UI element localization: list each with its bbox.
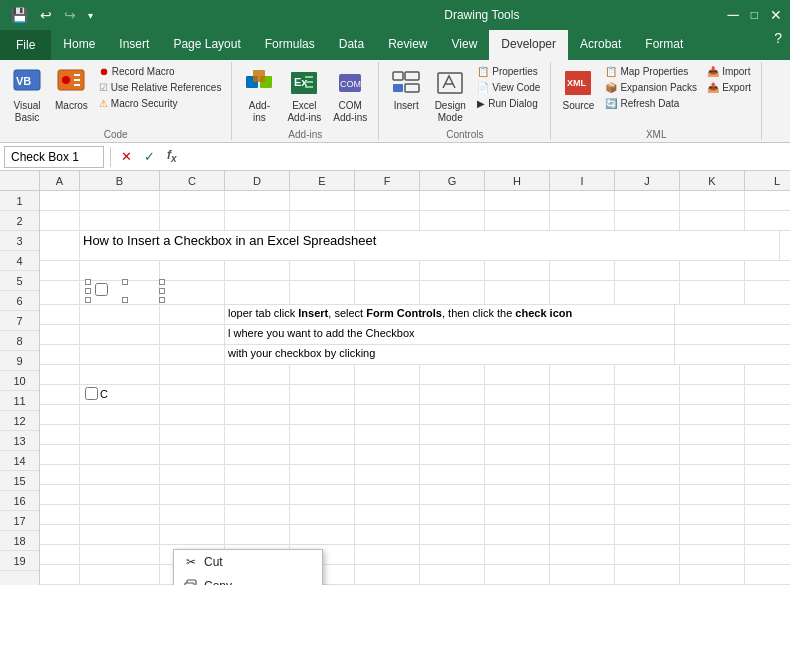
- cell-i14[interactable]: [550, 465, 615, 485]
- cell-c8[interactable]: [160, 345, 225, 365]
- tab-acrobat[interactable]: Acrobat: [568, 30, 633, 60]
- cell-e12[interactable]: [290, 425, 355, 445]
- cell-a11[interactable]: [40, 405, 80, 425]
- macros-button[interactable]: Macros: [50, 64, 93, 115]
- cell-a15[interactable]: [40, 485, 80, 505]
- cell-g15[interactable]: [420, 485, 485, 505]
- tab-insert[interactable]: Insert: [107, 30, 161, 60]
- cell-f11[interactable]: [355, 405, 420, 425]
- cell-k19[interactable]: [680, 565, 745, 585]
- col-header-e[interactable]: E: [290, 171, 355, 190]
- add-ins-button[interactable]: Add-ins: [238, 64, 280, 127]
- cell-k18[interactable]: [680, 545, 745, 565]
- cell-i15[interactable]: [550, 485, 615, 505]
- cell-e15[interactable]: [290, 485, 355, 505]
- cell-b10[interactable]: C: [80, 385, 160, 405]
- cell-b16[interactable]: [80, 505, 160, 525]
- cell-k2[interactable]: [680, 211, 745, 231]
- row-num-18[interactable]: 18: [0, 531, 39, 551]
- properties-button[interactable]: 📋 Properties: [473, 64, 544, 79]
- cell-l14[interactable]: [745, 465, 790, 485]
- cell-c16[interactable]: [160, 505, 225, 525]
- cell-l13[interactable]: [745, 445, 790, 465]
- row-num-12[interactable]: 12: [0, 411, 39, 431]
- cell-l18[interactable]: [745, 545, 790, 565]
- row-num-11[interactable]: 11: [0, 391, 39, 411]
- cell-j16[interactable]: [615, 505, 680, 525]
- cell-f5[interactable]: [355, 281, 420, 304]
- cell-b12[interactable]: [80, 425, 160, 445]
- cell-i2[interactable]: [550, 211, 615, 231]
- cell-j9[interactable]: [615, 365, 680, 385]
- cell-h9[interactable]: [485, 365, 550, 385]
- tab-review[interactable]: Review: [376, 30, 439, 60]
- cell-c15[interactable]: [160, 485, 225, 505]
- cell-f12[interactable]: [355, 425, 420, 445]
- cell-b15[interactable]: [80, 485, 160, 505]
- cell-e1[interactable]: [290, 191, 355, 211]
- cell-c10[interactable]: [160, 385, 225, 405]
- cell-b7[interactable]: [80, 325, 160, 345]
- cell-h14[interactable]: [485, 465, 550, 485]
- cell-a13[interactable]: [40, 445, 80, 465]
- cell-b3-title[interactable]: How to Insert a Checkbox in an Excel Spr…: [80, 231, 780, 260]
- cell-i18[interactable]: [550, 545, 615, 565]
- cell-k15[interactable]: [680, 485, 745, 505]
- cell-i17[interactable]: [550, 525, 615, 545]
- cell-d16[interactable]: [225, 505, 290, 525]
- cell-j13[interactable]: [615, 445, 680, 465]
- cell-c5[interactable]: [160, 281, 225, 304]
- cell-b11[interactable]: [80, 405, 160, 425]
- cell-d6-content[interactable]: loper tab click Insert, select Form Cont…: [225, 305, 675, 325]
- cell-j4[interactable]: [615, 261, 680, 281]
- cell-d17[interactable]: [225, 525, 290, 545]
- ribbon-help-icon[interactable]: ?: [774, 30, 782, 60]
- macro-security-button[interactable]: ⚠ Macro Security: [95, 96, 226, 111]
- cell-b17[interactable]: [80, 525, 160, 545]
- checkbox2-input[interactable]: [85, 387, 98, 400]
- cell-b13[interactable]: [80, 445, 160, 465]
- cell-b2[interactable]: [80, 211, 160, 231]
- cell-l19[interactable]: [745, 565, 790, 585]
- row-num-6[interactable]: 6: [0, 291, 39, 311]
- cell-k11[interactable]: [680, 405, 745, 425]
- cell-l12[interactable]: [745, 425, 790, 445]
- cell-g12[interactable]: [420, 425, 485, 445]
- cell-g2[interactable]: [420, 211, 485, 231]
- cell-i13[interactable]: [550, 445, 615, 465]
- cell-l11[interactable]: [745, 405, 790, 425]
- cell-k9[interactable]: [680, 365, 745, 385]
- cell-j5[interactable]: [615, 281, 680, 304]
- cell-g9[interactable]: [420, 365, 485, 385]
- row-num-10[interactable]: 10: [0, 371, 39, 391]
- cell-d11[interactable]: [225, 405, 290, 425]
- cell-l2[interactable]: [745, 211, 790, 231]
- row-num-13[interactable]: 13: [0, 431, 39, 451]
- cell-g13[interactable]: [420, 445, 485, 465]
- cell-a17[interactable]: [40, 525, 80, 545]
- handle-ml[interactable]: [85, 288, 91, 294]
- cell-j14[interactable]: [615, 465, 680, 485]
- cell-a1[interactable]: [40, 191, 80, 211]
- cell-j2[interactable]: [615, 211, 680, 231]
- window-close[interactable]: ✕: [770, 7, 782, 23]
- cell-e14[interactable]: [290, 465, 355, 485]
- cell-k1[interactable]: [680, 191, 745, 211]
- handle-tm[interactable]: [122, 279, 128, 285]
- cell-g10[interactable]: [420, 385, 485, 405]
- cell-i16[interactable]: [550, 505, 615, 525]
- cell-f10[interactable]: [355, 385, 420, 405]
- cell-h1[interactable]: [485, 191, 550, 211]
- cell-b8[interactable]: [80, 345, 160, 365]
- row-num-16[interactable]: 16: [0, 491, 39, 511]
- cell-i10[interactable]: [550, 385, 615, 405]
- cell-g19[interactable]: [420, 565, 485, 585]
- cell-l5[interactable]: [745, 281, 790, 304]
- undo-button[interactable]: ↩: [37, 5, 55, 25]
- cell-k4[interactable]: [680, 261, 745, 281]
- cell-h5[interactable]: [485, 281, 550, 304]
- cell-h16[interactable]: [485, 505, 550, 525]
- cell-g1[interactable]: [420, 191, 485, 211]
- cell-l4[interactable]: [745, 261, 790, 281]
- name-box[interactable]: Check Box 1: [4, 146, 104, 168]
